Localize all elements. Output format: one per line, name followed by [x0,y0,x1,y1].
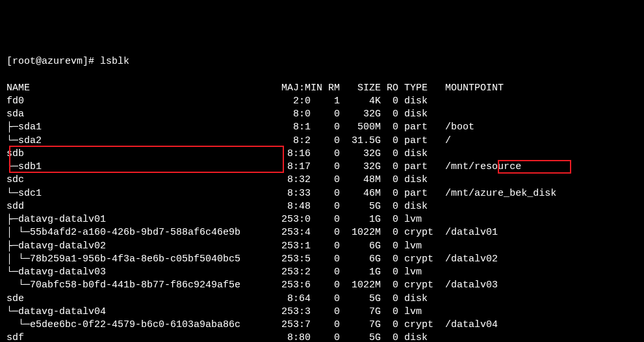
lsblk-row: └─sdc1 8:33 0 46M 0 part /mnt/azure_bek_… [6,187,638,200]
lsblk-row: sda 8:0 0 32G 0 disk [6,108,638,121]
lsblk-row: └─e5dee6bc-0f22-4579-b6c0-6103a9aba86c 2… [6,319,638,332]
lsblk-row: sdc 8:32 0 48M 0 disk [6,174,638,187]
lsblk-row: fd0 2:0 1 4K 0 disk [6,95,638,108]
lsblk-row: sdb 8:16 0 32G 0 disk [6,148,638,161]
lsblk-row: │ └─78b259a1-956b-4f3a-8e6b-c05bf5040bc5… [6,253,638,266]
lsblk-output: NAME MAJ:MIN RM SIZE RO TYPE MOUNTPOINTf… [6,82,638,343]
lsblk-row: ├─sda1 8:1 0 500M 0 part /boot [6,121,638,134]
lsblk-row: sdf 8:80 0 5G 0 disk [6,332,638,342]
lsblk-row: └─datavg-datalv04 253:3 0 7G 0 lvm [6,306,638,319]
terminal-prompt-line: [root@azurevm]# lsblk [6,55,638,68]
lsblk-row: └─sda2 8:2 0 31.5G 0 part / [6,135,638,148]
shell-command[interactable]: lsblk [94,55,129,68]
lsblk-row: └─sdb1 8:17 0 32G 0 part /mnt/resource [6,161,638,174]
lsblk-row: sde 8:64 0 5G 0 disk [6,293,638,306]
lsblk-header: NAME MAJ:MIN RM SIZE RO TYPE MOUNTPOINT [6,82,638,95]
lsblk-row: │ └─55b4afd2-a160-426b-9bd7-588af6c46e9b… [6,226,638,239]
lsblk-row: └─datavg-datalv03 253:2 0 1G 0 lvm [6,266,638,279]
lsblk-row: sdd 8:48 0 5G 0 disk [6,200,638,213]
shell-prompt: [root@azurevm]# [6,55,94,68]
lsblk-row: ├─datavg-datalv01 253:0 0 1G 0 lvm [6,213,638,226]
lsblk-row: └─70abfc58-b0fd-441b-8b77-f86c9249af5e 2… [6,279,638,292]
lsblk-row: ├─datavg-datalv02 253:1 0 6G 0 lvm [6,240,638,253]
